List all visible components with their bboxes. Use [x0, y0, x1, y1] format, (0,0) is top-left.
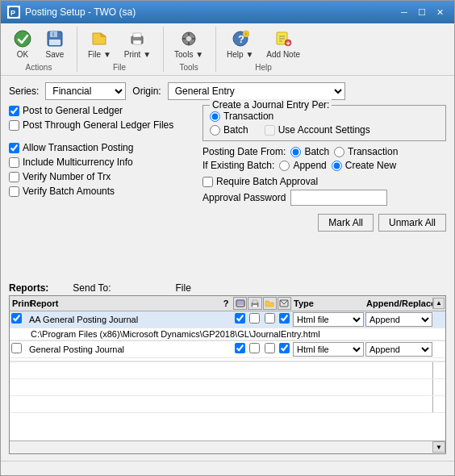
- table-row-group-1: AA General Posting Journal Html file: [10, 311, 445, 341]
- row2-type-select[interactable]: Html file Text file Adobe PDF Word Docum…: [293, 342, 364, 357]
- row2-c1-cell: [233, 342, 247, 356]
- row2-c1-checkbox[interactable]: [235, 343, 245, 353]
- row2-c4-cell: [278, 342, 291, 356]
- tools-button[interactable]: Tools ▼: [169, 27, 209, 61]
- posting-date-section: Posting Date From: Batch Transaction If …: [202, 146, 446, 171]
- send-to-label: Send To:: [73, 282, 111, 294]
- send-email-icon[interactable]: [278, 297, 291, 310]
- send-screen-icon[interactable]: [233, 297, 247, 310]
- allow-trx-posting-label: Allow Transaction Posting: [23, 142, 133, 153]
- save-button[interactable]: Save: [40, 27, 70, 61]
- tools-group-label: Tools: [169, 61, 209, 72]
- append-label: Append: [293, 160, 326, 171]
- row1-c2-cell: [248, 312, 261, 326]
- posting-batch-radio[interactable]: [290, 147, 301, 157]
- print-button[interactable]: Print ▼: [119, 27, 157, 61]
- row1-c1-checkbox[interactable]: [235, 313, 245, 324]
- unmark-all-button[interactable]: Unmark All: [378, 214, 446, 232]
- ok-button[interactable]: OK: [7, 27, 38, 61]
- series-select[interactable]: Financial Sales Purchasing Inventory Pay…: [45, 82, 126, 100]
- posting-date-label: Posting Date From:: [202, 146, 286, 157]
- maximize-button[interactable]: ☐: [414, 5, 430, 19]
- row1-print-checkbox[interactable]: [11, 313, 22, 324]
- row1-check-cell: [10, 312, 27, 326]
- svg-rect-15: [182, 38, 186, 40]
- table-row-2: General Posting Journal Html file: [10, 341, 445, 358]
- post-through-gl-label: Post Through General Ledger Files: [23, 119, 173, 131]
- journal-transaction-radio[interactable]: [210, 111, 220, 122]
- post-to-gl-label: Post to General Ledger: [23, 105, 123, 116]
- include-multicurrency-row: Include Multicurrency Info: [9, 157, 194, 168]
- journal-batch-row: Batch: [210, 124, 248, 136]
- row1-c3-cell: [263, 312, 277, 326]
- row1-c3-checkbox[interactable]: [265, 313, 275, 324]
- reports-table-outer: Print Report ?: [9, 295, 446, 455]
- reports-label: Reports:: [9, 282, 48, 294]
- posting-transaction-radio[interactable]: [334, 147, 344, 157]
- mark-all-button[interactable]: Mark All: [318, 214, 374, 232]
- data-rows-container: AA General Posting Journal Html file: [10, 311, 445, 441]
- save-label: Save: [46, 50, 65, 59]
- row1-type-select[interactable]: Html file Text file Adobe PDF Word Docum…: [293, 312, 364, 327]
- row2-print-checkbox[interactable]: [11, 343, 22, 353]
- close-button[interactable]: ✕: [432, 5, 448, 19]
- approval-password-input[interactable]: [290, 190, 387, 206]
- row1-append-select[interactable]: Append Replace: [365, 312, 432, 327]
- include-multicurrency-checkbox[interactable]: [9, 157, 19, 168]
- existing-batch-label: If Existing Batch:: [202, 160, 274, 171]
- row2-q-cell: [219, 349, 233, 350]
- append-radio[interactable]: [279, 161, 290, 171]
- row2-c4-checkbox[interactable]: [279, 343, 290, 353]
- row2-check-cell: [10, 342, 27, 356]
- col-type: Type: [291, 298, 364, 309]
- allow-trx-posting-checkbox[interactable]: [9, 143, 19, 153]
- series-origin-row: Series: Financial Sales Purchasing Inven…: [9, 82, 446, 100]
- verify-batch-amounts-checkbox[interactable]: [9, 186, 19, 197]
- help-button[interactable]: ? Help ▼: [221, 27, 259, 61]
- file-button[interactable]: File ▼: [82, 27, 117, 61]
- require-batch-approval-checkbox[interactable]: [202, 177, 213, 187]
- row1-c4-cell: [278, 312, 291, 326]
- verify-batch-amounts-label: Verify Batch Amounts: [23, 186, 115, 197]
- use-account-settings-checkbox[interactable]: [265, 125, 275, 136]
- row1-c2-checkbox[interactable]: [249, 313, 260, 324]
- posting-transaction-row: Transaction: [334, 146, 398, 157]
- svg-rect-32: [253, 305, 257, 307]
- create-new-radio[interactable]: [332, 161, 342, 171]
- origin-select[interactable]: General Entry Bank Deposit Bank Transfer: [168, 82, 345, 100]
- scroll-down-button[interactable]: ▼: [432, 441, 445, 453]
- verify-batch-amounts-row: Verify Batch Amounts: [9, 186, 194, 197]
- file-group: File ▼ Print ▼ File: [82, 27, 164, 72]
- toolbar: OK Save Actions: [1, 23, 454, 76]
- row2-c2-checkbox[interactable]: [249, 343, 260, 353]
- main-window: P Posting Setup - TWO (sa) ─ ☐ ✕: [0, 0, 455, 476]
- post-to-gl-checkbox[interactable]: [9, 106, 19, 116]
- row2-type-cell: Html file Text file Adobe PDF Word Docum…: [291, 341, 364, 357]
- save-icon: [45, 29, 65, 48]
- create-new-row: Create New: [332, 160, 396, 171]
- svg-point-2: [15, 31, 31, 47]
- minimize-button[interactable]: ─: [396, 5, 412, 19]
- row2-append-select[interactable]: Append Replace: [365, 342, 432, 357]
- help-group: ? Help ▼: [221, 27, 306, 72]
- send-printer-icon[interactable]: [248, 297, 261, 310]
- scroll-up-button[interactable]: ▲: [433, 298, 445, 309]
- empty-row-2: [10, 379, 445, 396]
- row1-q-cell: [219, 319, 233, 320]
- svg-rect-9: [133, 33, 141, 37]
- file-group-label: File: [82, 61, 157, 72]
- journal-batch-radio[interactable]: [210, 125, 220, 136]
- row1-c4-checkbox[interactable]: [279, 313, 290, 324]
- scroll-header: ▲: [432, 298, 445, 309]
- empty-row-3: [10, 396, 445, 413]
- title-bar: P Posting Setup - TWO (sa) ─ ☐ ✕: [1, 1, 454, 23]
- verify-num-trx-row: Verify Number of Trx: [9, 171, 194, 182]
- row1-path-row: C:\Program Files (x86)\Microsoft Dynamic…: [10, 328, 445, 340]
- row2-c3-checkbox[interactable]: [265, 343, 275, 353]
- svg-rect-14: [188, 42, 190, 45]
- send-folder-icon[interactable]: [263, 297, 277, 310]
- verify-num-trx-checkbox[interactable]: [9, 172, 19, 182]
- post-through-gl-checkbox[interactable]: [9, 120, 19, 131]
- add-note-button[interactable]: + Add Note: [261, 27, 306, 61]
- col-question: ?: [219, 298, 233, 309]
